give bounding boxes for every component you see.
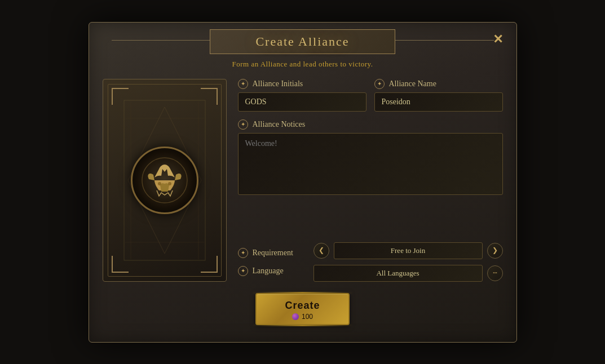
notices-icon-symbol: ✦ xyxy=(241,121,245,127)
close-button[interactable]: ✕ xyxy=(488,29,508,50)
req-lang-labels: ✦ Requirement ✦ Language xyxy=(238,248,306,276)
name-icon-symbol: ✦ xyxy=(377,81,382,87)
alliance-notices-textarea[interactable] xyxy=(238,133,503,195)
requirement-prev-button[interactable]: ❮ xyxy=(313,243,329,259)
language-options-button[interactable]: ··· xyxy=(487,265,503,281)
alliance-card xyxy=(103,79,227,282)
alliance-initials-label: ✦ Alliance Initials xyxy=(238,79,366,89)
req-icon-symbol: ✦ xyxy=(241,250,245,256)
lang-icon-symbol: ✦ xyxy=(241,268,245,274)
dots-icon: ··· xyxy=(493,269,497,278)
language-selector-row: All Languages ··· xyxy=(313,265,503,282)
create-button-label: Create xyxy=(285,300,320,312)
alliance-initials-label-text: Alliance Initials xyxy=(253,79,303,88)
alliance-card-inner xyxy=(114,90,215,270)
form-row-names: ✦ Alliance Initials ✦ Alliance Name xyxy=(238,79,503,112)
requirement-selector-row: ❮ Free to Join ❯ xyxy=(313,242,503,259)
alliance-emblem xyxy=(131,147,198,214)
requirement-next-button[interactable]: ❯ xyxy=(487,243,503,259)
requirement-label: ✦ Requirement xyxy=(238,248,306,258)
svg-point-7 xyxy=(158,182,161,185)
initials-icon-symbol: ✦ xyxy=(241,81,245,87)
emblem-svg xyxy=(139,155,190,206)
requirement-icon: ✦ xyxy=(238,248,248,258)
language-value: All Languages xyxy=(313,265,483,282)
svg-point-8 xyxy=(168,182,171,185)
modal-overlay: ✕ Create Alliance Form an Alliance and l… xyxy=(0,0,605,364)
language-label: ✦ Language xyxy=(238,266,306,276)
alliance-notices-label-text: Alliance Notices xyxy=(253,120,306,129)
language-label-text: Language xyxy=(253,267,284,276)
modal-title-area: Create Alliance xyxy=(89,23,516,57)
modal-content: ✦ Alliance Initials ✦ Alliance Name xyxy=(89,79,516,282)
gem-icon xyxy=(292,313,299,320)
create-button[interactable]: Create 100 xyxy=(255,293,349,325)
create-button-cost: 100 xyxy=(292,313,313,321)
alliance-initials-icon: ✦ xyxy=(238,79,248,89)
create-alliance-modal: ✕ Create Alliance Form an Alliance and l… xyxy=(89,22,517,343)
requirement-label-text: Requirement xyxy=(253,248,293,258)
alliance-notices-label: ✦ Alliance Notices xyxy=(238,119,503,130)
alliance-notices-icon: ✦ xyxy=(238,119,248,130)
req-lang-selectors: ❮ Free to Join ❯ All Languages ··· xyxy=(313,242,503,282)
alliance-initials-input[interactable] xyxy=(238,92,366,112)
create-button-wrapper: Create 100 xyxy=(89,293,516,325)
language-icon: ✦ xyxy=(238,266,248,276)
modal-subtitle: Form an Alliance and lead others to vict… xyxy=(89,57,516,79)
alliance-name-icon: ✦ xyxy=(374,79,385,89)
cost-value: 100 xyxy=(302,313,313,321)
form-group-notices: ✦ Alliance Notices xyxy=(238,119,503,234)
alliance-name-label-text: Alliance Name xyxy=(389,79,436,88)
req-lang-row: ✦ Requirement ✦ Language xyxy=(238,242,503,282)
alliance-name-label: ✦ Alliance Name xyxy=(374,79,503,89)
form-group-name: ✦ Alliance Name xyxy=(374,79,503,112)
title-inner-frame: Create Alliance xyxy=(210,29,395,54)
arrow-right-icon: ❯ xyxy=(492,246,498,255)
form-group-initials: ✦ Alliance Initials xyxy=(238,79,366,112)
arrow-left-icon: ❮ xyxy=(319,246,324,255)
form-panel: ✦ Alliance Initials ✦ Alliance Name xyxy=(238,79,503,282)
requirement-value: Free to Join xyxy=(334,242,483,259)
alliance-name-input[interactable] xyxy=(374,92,503,112)
modal-title: Create Alliance xyxy=(244,34,360,48)
